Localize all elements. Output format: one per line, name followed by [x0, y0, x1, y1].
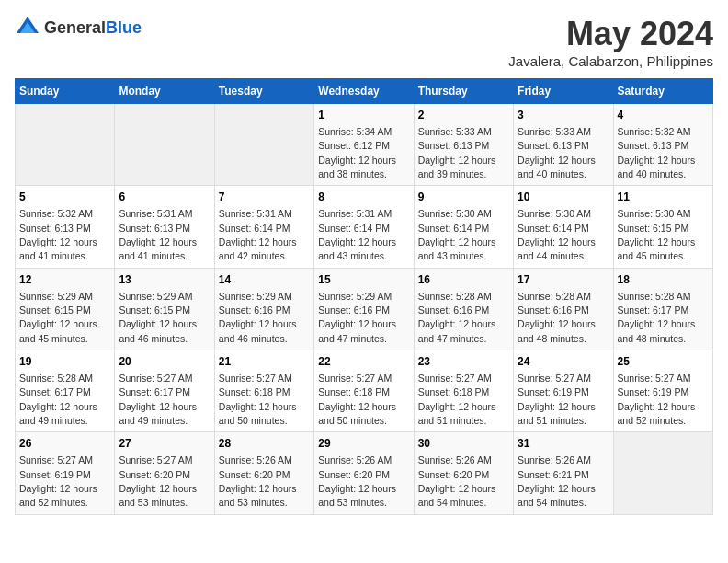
- calendar-cell: 6Sunrise: 5:31 AM Sunset: 6:13 PM Daylig…: [115, 186, 214, 268]
- page-header: GeneralBlue May 2024 Javalera, Calabarzo…: [15, 15, 713, 69]
- day-info: Sunrise: 5:28 AM Sunset: 6:16 PM Dayligh…: [418, 291, 496, 344]
- calendar-cell: [16, 104, 115, 186]
- day-number: 21: [219, 354, 310, 370]
- calendar-cell: 12Sunrise: 5:29 AM Sunset: 6:15 PM Dayli…: [16, 268, 115, 350]
- day-number: 22: [318, 354, 409, 370]
- day-info: Sunrise: 5:30 AM Sunset: 6:14 PM Dayligh…: [418, 208, 496, 261]
- day-info: Sunrise: 5:31 AM Sunset: 6:14 PM Dayligh…: [219, 208, 297, 261]
- calendar-cell: [613, 432, 712, 514]
- day-info: Sunrise: 5:27 AM Sunset: 6:19 PM Dayligh…: [518, 373, 596, 426]
- day-info: Sunrise: 5:27 AM Sunset: 6:19 PM Dayligh…: [19, 454, 97, 508]
- calendar-cell: 29Sunrise: 5:26 AM Sunset: 6:20 PM Dayli…: [314, 432, 414, 514]
- day-info: Sunrise: 5:30 AM Sunset: 6:15 PM Dayligh…: [618, 208, 696, 261]
- day-info: Sunrise: 5:27 AM Sunset: 6:18 PM Dayligh…: [219, 373, 297, 426]
- calendar-cell: 10Sunrise: 5:30 AM Sunset: 6:14 PM Dayli…: [514, 186, 613, 268]
- day-header-friday: Friday: [514, 79, 613, 104]
- day-number: 4: [618, 108, 709, 123]
- calendar-cell: 23Sunrise: 5:27 AM Sunset: 6:18 PM Dayli…: [414, 350, 513, 432]
- calendar-cell: 27Sunrise: 5:27 AM Sunset: 6:20 PM Dayli…: [115, 432, 214, 514]
- header-row: SundayMondayTuesdayWednesdayThursdayFrid…: [16, 79, 713, 104]
- calendar-cell: 8Sunrise: 5:31 AM Sunset: 6:14 PM Daylig…: [314, 186, 414, 268]
- day-info: Sunrise: 5:33 AM Sunset: 6:13 PM Dayligh…: [518, 126, 596, 179]
- calendar-week-1: 1Sunrise: 5:34 AM Sunset: 6:12 PM Daylig…: [16, 104, 713, 186]
- calendar-cell: 11Sunrise: 5:30 AM Sunset: 6:15 PM Dayli…: [613, 186, 712, 268]
- calendar-cell: 15Sunrise: 5:29 AM Sunset: 6:16 PM Dayli…: [314, 268, 414, 350]
- day-info: Sunrise: 5:26 AM Sunset: 6:20 PM Dayligh…: [418, 454, 496, 508]
- day-number: 12: [19, 272, 110, 288]
- day-number: 8: [318, 190, 409, 205]
- day-info: Sunrise: 5:30 AM Sunset: 6:14 PM Dayligh…: [518, 208, 596, 261]
- day-info: Sunrise: 5:28 AM Sunset: 6:17 PM Dayligh…: [618, 291, 696, 344]
- calendar-cell: 3Sunrise: 5:33 AM Sunset: 6:13 PM Daylig…: [514, 104, 613, 186]
- calendar-cell: 20Sunrise: 5:27 AM Sunset: 6:17 PM Dayli…: [115, 350, 214, 432]
- day-info: Sunrise: 5:31 AM Sunset: 6:13 PM Dayligh…: [119, 208, 197, 261]
- calendar-cell: 14Sunrise: 5:29 AM Sunset: 6:16 PM Dayli…: [214, 268, 313, 350]
- calendar-cell: 5Sunrise: 5:32 AM Sunset: 6:13 PM Daylig…: [16, 186, 115, 268]
- calendar-cell: 19Sunrise: 5:28 AM Sunset: 6:17 PM Dayli…: [16, 350, 115, 432]
- day-header-wednesday: Wednesday: [314, 79, 414, 104]
- day-number: 18: [618, 272, 709, 288]
- day-number: 10: [518, 190, 609, 205]
- day-number: 20: [119, 354, 210, 370]
- calendar-week-5: 26Sunrise: 5:27 AM Sunset: 6:19 PM Dayli…: [16, 432, 713, 514]
- calendar-cell: 1Sunrise: 5:34 AM Sunset: 6:12 PM Daylig…: [314, 104, 414, 186]
- calendar-cell: 7Sunrise: 5:31 AM Sunset: 6:14 PM Daylig…: [214, 186, 313, 268]
- day-info: Sunrise: 5:34 AM Sunset: 6:12 PM Dayligh…: [318, 126, 396, 179]
- day-number: 3: [518, 108, 609, 123]
- calendar-cell: 24Sunrise: 5:27 AM Sunset: 6:19 PM Dayli…: [514, 350, 613, 432]
- calendar-cell: 16Sunrise: 5:28 AM Sunset: 6:16 PM Dayli…: [414, 268, 513, 350]
- calendar-table: SundayMondayTuesdayWednesdayThursdayFrid…: [15, 78, 713, 515]
- calendar-cell: 28Sunrise: 5:26 AM Sunset: 6:20 PM Dayli…: [214, 432, 313, 514]
- day-info: Sunrise: 5:28 AM Sunset: 6:16 PM Dayligh…: [518, 291, 596, 344]
- calendar-cell: 21Sunrise: 5:27 AM Sunset: 6:18 PM Dayli…: [214, 350, 313, 432]
- day-number: 15: [318, 272, 409, 288]
- day-info: Sunrise: 5:27 AM Sunset: 6:19 PM Dayligh…: [618, 373, 696, 426]
- day-header-tuesday: Tuesday: [214, 79, 313, 104]
- title-area: May 2024 Javalera, Calabarzon, Philippin…: [508, 15, 713, 69]
- day-number: 7: [219, 190, 310, 205]
- day-number: 29: [318, 436, 409, 452]
- day-number: 6: [119, 190, 210, 205]
- day-number: 23: [418, 354, 509, 370]
- day-header-thursday: Thursday: [414, 79, 513, 104]
- day-number: 16: [418, 272, 509, 288]
- day-number: 27: [119, 436, 210, 452]
- day-number: 2: [418, 108, 509, 123]
- calendar-cell: 26Sunrise: 5:27 AM Sunset: 6:19 PM Dayli…: [16, 432, 115, 514]
- calendar-cell: 4Sunrise: 5:32 AM Sunset: 6:13 PM Daylig…: [613, 104, 712, 186]
- day-header-saturday: Saturday: [613, 79, 712, 104]
- day-info: Sunrise: 5:32 AM Sunset: 6:13 PM Dayligh…: [618, 126, 696, 179]
- logo-icon: [15, 15, 40, 40]
- day-info: Sunrise: 5:27 AM Sunset: 6:20 PM Dayligh…: [119, 454, 197, 508]
- day-number: 14: [219, 272, 310, 288]
- day-info: Sunrise: 5:27 AM Sunset: 6:18 PM Dayligh…: [418, 373, 496, 426]
- day-number: 17: [518, 272, 609, 288]
- day-number: 9: [418, 190, 509, 205]
- day-number: 19: [19, 354, 110, 370]
- day-number: 30: [418, 436, 509, 452]
- calendar-cell: 2Sunrise: 5:33 AM Sunset: 6:13 PM Daylig…: [414, 104, 513, 186]
- day-info: Sunrise: 5:29 AM Sunset: 6:15 PM Dayligh…: [119, 291, 197, 344]
- calendar-cell: 31Sunrise: 5:26 AM Sunset: 6:21 PM Dayli…: [514, 432, 613, 514]
- calendar-week-3: 12Sunrise: 5:29 AM Sunset: 6:15 PM Dayli…: [16, 268, 713, 350]
- day-info: Sunrise: 5:27 AM Sunset: 6:18 PM Dayligh…: [318, 373, 396, 426]
- subtitle: Javalera, Calabarzon, Philippines: [508, 53, 713, 69]
- day-number: 5: [19, 190, 110, 205]
- calendar-cell: [115, 104, 214, 186]
- logo-text-blue: Blue: [106, 18, 142, 37]
- calendar-cell: 13Sunrise: 5:29 AM Sunset: 6:15 PM Dayli…: [115, 268, 214, 350]
- calendar-cell: 30Sunrise: 5:26 AM Sunset: 6:20 PM Dayli…: [414, 432, 513, 514]
- day-info: Sunrise: 5:27 AM Sunset: 6:17 PM Dayligh…: [119, 373, 197, 426]
- logo-text-general: General: [44, 18, 106, 37]
- calendar-cell: 22Sunrise: 5:27 AM Sunset: 6:18 PM Dayli…: [314, 350, 414, 432]
- calendar-cell: 9Sunrise: 5:30 AM Sunset: 6:14 PM Daylig…: [414, 186, 513, 268]
- day-number: 26: [19, 436, 110, 452]
- main-title: May 2024: [508, 15, 713, 53]
- calendar-cell: 17Sunrise: 5:28 AM Sunset: 6:16 PM Dayli…: [514, 268, 613, 350]
- day-header-sunday: Sunday: [16, 79, 115, 104]
- day-number: 24: [518, 354, 609, 370]
- day-info: Sunrise: 5:26 AM Sunset: 6:20 PM Dayligh…: [219, 454, 297, 508]
- calendar-week-2: 5Sunrise: 5:32 AM Sunset: 6:13 PM Daylig…: [16, 186, 713, 268]
- day-number: 11: [618, 190, 709, 205]
- day-info: Sunrise: 5:33 AM Sunset: 6:13 PM Dayligh…: [418, 126, 496, 179]
